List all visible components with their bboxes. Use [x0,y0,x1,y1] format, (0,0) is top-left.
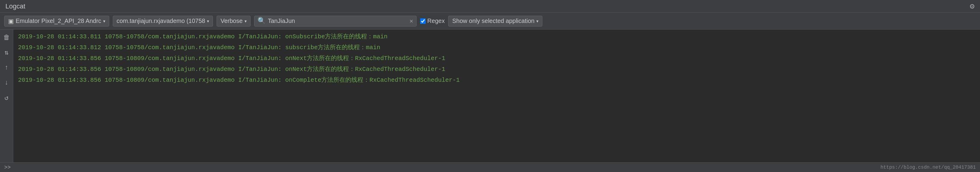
search-clear-icon[interactable]: ✕ [410,17,413,25]
clear-logcat-icon[interactable]: 🗑 [2,32,11,42]
regex-checkbox[interactable] [420,18,426,24]
up-icon[interactable]: ↑ [2,63,11,72]
package-label: com.tanjiajun.rxjavademo (10758 [117,18,205,24]
show-only-label: Show only selected application [452,18,535,24]
scroll-to-end-icon[interactable]: ⇅ [2,48,11,57]
log-line: 2019-10-28 01:14:33.856 10758-10809/com.… [13,75,980,86]
down-icon[interactable]: ↓ [2,78,11,87]
bottom-left-label: >> [4,164,11,170]
device-icon: ▣ [8,18,14,25]
regex-container: Regex [420,18,445,24]
device-label: Emulator Pixel_2_API_28 Andrc [16,18,101,24]
title-bar-left: Logcat [5,2,25,10]
regex-label[interactable]: Regex [428,18,445,24]
show-only-selected-button[interactable]: Show only selected application ▾ [448,16,542,27]
log-line: 2019-10-28 01:14:33.812 10758-10758/com.… [13,42,980,53]
left-sidebar: 🗑 ⇅ ↑ ↓ ↺ [0,30,13,172]
bottom-bar: >> https://blog.csdn.net/qq_20417381 [0,162,980,172]
log-line: 2019-10-28 01:14:33.856 10758-10809/com.… [13,64,980,75]
package-selector-button[interactable]: com.tanjiajun.rxjavademo (10758 ▾ [113,16,213,27]
device-selector-button[interactable]: ▣ Emulator Pixel_2_API_28 Andrc ▾ [4,16,109,27]
log-line: 2019-10-28 01:14:33.811 10758-10758/com.… [13,31,980,42]
app-title: Logcat [5,2,25,10]
device-chevron-icon: ▾ [103,19,105,24]
show-only-chevron-icon: ▾ [536,19,538,24]
log-area[interactable]: 2019-10-28 01:14:33.811 10758-10758/com.… [13,30,980,172]
toolbar: ▣ Emulator Pixel_2_API_28 Andrc ▾ com.ta… [0,13,980,30]
bottom-right-url: https://blog.csdn.net/qq_20417381 [880,165,976,170]
settings-icon[interactable]: ⚙ [970,2,975,11]
log-level-selector-button[interactable]: Verbose ▾ [216,16,250,27]
log-level-chevron-icon: ▾ [245,19,247,24]
log-level-label: Verbose [221,18,242,24]
package-chevron-icon: ▾ [207,19,209,24]
search-icon: 🔍 [258,17,266,25]
content-area: 🗑 ⇅ ↑ ↓ ↺ 2019-10-28 01:14:33.811 10758-… [0,30,980,172]
soft-wrap-icon[interactable]: ↺ [2,93,11,103]
log-line: 2019-10-28 01:14:33.856 10758-10809/com.… [13,53,980,64]
search-input[interactable] [268,18,407,24]
title-bar: Logcat ⚙ [0,0,980,13]
search-container: 🔍 ✕ [254,16,417,27]
